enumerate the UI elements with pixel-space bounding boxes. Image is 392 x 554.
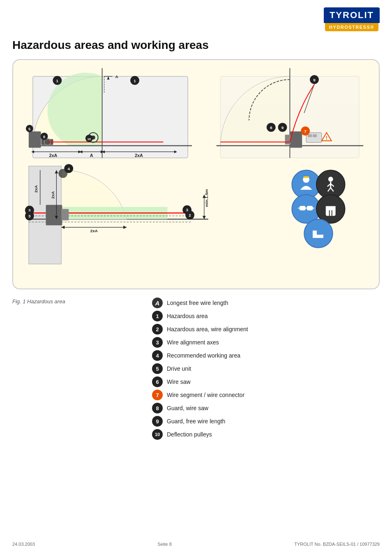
- legend-item: 10Deflection pulleys: [152, 428, 380, 441]
- diagram-container: 2xA A 2xA 5 6 A 1 1: [12, 59, 380, 289]
- svg-point-78: [58, 169, 67, 178]
- legend-label: Recommended working area: [167, 352, 240, 359]
- svg-marker-85: [61, 226, 65, 229]
- svg-text:4: 4: [67, 166, 70, 171]
- legend-item: 9Guard, free wire length: [152, 415, 380, 427]
- svg-text:2xA: 2xA: [90, 229, 98, 233]
- svg-text:5: 5: [28, 127, 30, 131]
- legend-label: Hazardous area: [167, 313, 208, 319]
- legend-label: Guard, free wire length: [167, 418, 225, 425]
- logo-hydrostress: HYDROSTRESS®: [325, 23, 378, 31]
- legend-badge: 3: [152, 337, 163, 348]
- svg-rect-43: [308, 134, 312, 137]
- footer-doc-ref: TYROLIT No. BZDA-SEILS-01 / 10977329: [294, 542, 380, 547]
- svg-text:1: 1: [134, 78, 136, 83]
- page-title: Hazardous areas and working areas: [0, 31, 392, 59]
- legend-badge: 2: [152, 324, 163, 335]
- legend-badge: 9: [152, 416, 163, 427]
- legend-label: Wire segment / wire connector: [167, 392, 244, 398]
- svg-text:9: 9: [313, 78, 316, 82]
- footer-page: Seite 8: [158, 542, 172, 547]
- page-header: TYROLIT HYDROSTRESS®: [0, 0, 392, 31]
- svg-rect-61: [300, 206, 305, 210]
- legend-label: Guard, wire saw: [167, 405, 208, 411]
- legend-badge: 4: [152, 350, 163, 361]
- svg-marker-86: [123, 226, 127, 229]
- legend-badge: 1: [152, 311, 163, 321]
- svg-text:A: A: [90, 153, 93, 158]
- legend-label: Drive unit: [167, 365, 191, 372]
- svg-text:6: 6: [43, 135, 45, 139]
- legend-badge: 7: [152, 390, 163, 400]
- svg-text:7: 7: [304, 129, 307, 134]
- legend-list: ALongest free wire length1Hazardous area…: [127, 297, 380, 441]
- legend-label: Hazardous area, wire alignment: [167, 326, 248, 332]
- legend-item: 2Hazardous area, wire alignment: [152, 323, 380, 335]
- svg-text:!: !: [326, 135, 327, 141]
- legend-item: 5Drive unit: [152, 362, 380, 375]
- footer-date: 24.03.2003: [12, 542, 35, 547]
- legend-badge: 10: [152, 429, 163, 440]
- svg-text:10: 10: [87, 137, 91, 141]
- svg-text:2xA: 2xA: [34, 185, 38, 192]
- svg-text:A: A: [115, 74, 118, 79]
- svg-rect-62: [307, 206, 313, 210]
- svg-text:min.1.5m: min.1.5m: [204, 189, 209, 207]
- svg-text:8: 8: [270, 125, 272, 130]
- svg-rect-52: [303, 176, 309, 178]
- fig-caption: Fig. 1 Hazardous area: [12, 297, 127, 441]
- legend-badge: A: [152, 298, 163, 308]
- legend-label: Longest free wire length: [167, 300, 228, 306]
- svg-point-54: [328, 177, 333, 182]
- svg-text:1: 1: [56, 78, 59, 83]
- svg-point-67: [304, 219, 333, 248]
- diagram-svg: 2xA A 2xA 5 6 A 1 1: [21, 67, 371, 281]
- svg-rect-74: [46, 205, 62, 225]
- legend-badge: 6: [152, 376, 163, 387]
- legend-item: 8Guard, wire saw: [152, 402, 380, 414]
- svg-text:2xA: 2xA: [49, 153, 57, 158]
- legend-badge: 5: [152, 363, 163, 374]
- legend-badge: 8: [152, 403, 163, 413]
- legend-label: Deflection pulleys: [167, 431, 212, 438]
- svg-text:2xA: 2xA: [135, 153, 143, 158]
- legend-item: 4Recommended working area: [152, 349, 380, 362]
- legend-item: 1Hazardous area: [152, 310, 380, 322]
- legend-label: Wire alignment axes: [167, 339, 219, 346]
- svg-rect-41: [285, 135, 291, 145]
- svg-text:9: 9: [281, 125, 284, 130]
- page-footer: 24.03.2003 Seite 8 TYROLIT No. BZDA-SEIL…: [0, 542, 392, 547]
- svg-text:3: 3: [28, 214, 31, 218]
- svg-rect-75: [61, 209, 69, 220]
- svg-rect-44: [313, 134, 317, 137]
- legend-section: Fig. 1 Hazardous area ALongest free wire…: [0, 297, 392, 441]
- logo-block: TYROLIT HYDROSTRESS®: [324, 7, 380, 31]
- legend-item: 7Wire segment / wire connector: [152, 389, 380, 401]
- svg-text:2xA: 2xA: [51, 191, 55, 199]
- svg-rect-9: [29, 132, 41, 148]
- legend-label: Wire saw: [167, 379, 191, 385]
- legend-item: 3Wire alignment axes: [152, 336, 380, 349]
- legend-item: ALongest free wire length: [152, 297, 380, 309]
- svg-text:3: 3: [186, 208, 188, 212]
- legend-item: 6Wire saw: [152, 376, 380, 388]
- logo-tyrolit: TYROLIT: [324, 7, 380, 23]
